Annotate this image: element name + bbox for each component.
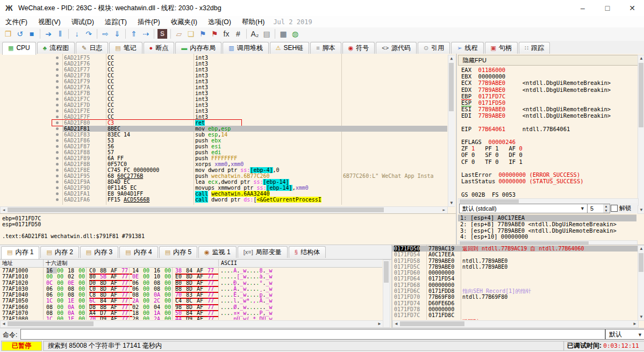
register-row[interactable]: LastStatus 00000000 (STATUS_SUCCESS) <box>461 178 636 184</box>
disasm-row[interactable]: 6AD21F7ACCint3 <box>0 84 447 90</box>
stack-row[interactable]: 0171FD7C0171FD8C <box>392 312 638 318</box>
breakpoint-dot-icon[interactable] <box>56 110 59 112</box>
run-to-selection-icon[interactable]: ⇨ <box>99 28 111 40</box>
dump-byte[interactable]: 8D <box>186 304 197 310</box>
register-row[interactable]: ECX 77B9ABE0 <ntdll.DbgUiRemoteBreakin> <box>461 80 636 86</box>
dump-byte[interactable]: 10 <box>154 274 164 279</box>
dump-byte[interactable]: AF <box>111 316 121 320</box>
dump-byte[interactable]: 14 <box>132 268 143 274</box>
disasm-row[interactable]: 6AD21F8EC745 FC 00000000mov dword ptr ss… <box>0 167 447 173</box>
dump-byte[interactable]: 8D <box>186 286 197 292</box>
dump-byte[interactable]: 38 <box>175 268 186 274</box>
stack-row[interactable]: 0171FD74D60FE6D6 <box>392 300 638 306</box>
step-into-icon[interactable]: ↓ <box>71 28 83 40</box>
breakpoint-dot-icon[interactable] <box>56 86 59 89</box>
register-row[interactable] <box>461 132 636 139</box>
dump-byte[interactable]: AF <box>197 274 207 279</box>
dump-byte[interactable]: 08 <box>154 286 164 292</box>
dump-byte[interactable]: 83 <box>186 292 197 298</box>
dump-byte[interactable]: 84 <box>186 310 197 316</box>
dump-byte[interactable]: D0 <box>89 280 100 286</box>
dump-byte[interactable]: 00 <box>164 310 175 316</box>
dump-byte[interactable]: 8B <box>100 304 111 310</box>
disasm-row[interactable]: 6AD21F7DCCint3 <box>0 102 447 108</box>
disasm-row[interactable]: 6AD21F76CCint3 <box>0 61 447 67</box>
disasm-row[interactable]: 6AD21F77CCint3 <box>0 67 447 73</box>
dump-vertical-scrollbar[interactable] <box>383 260 390 328</box>
dump-byte[interactable]: 00 <box>78 310 89 316</box>
functions-icon[interactable]: fx <box>220 28 232 40</box>
dump-byte[interactable]: 00 <box>164 298 175 304</box>
register-row[interactable]: EBP 0171FD7C <box>461 93 636 99</box>
patches-icon[interactable]: ▱ <box>173 28 185 40</box>
dump-row[interactable]: 77AF10801C001E0070D9AF7728002A0044D9AF77… <box>0 316 382 320</box>
dump-byte[interactable]: 98 <box>175 304 186 310</box>
dump-byte[interactable]: 5B <box>100 274 111 279</box>
registers-vertical-scrollbar[interactable]: ▲ ▼ <box>638 55 644 214</box>
breakpoint-dot-icon[interactable] <box>56 157 59 160</box>
dump-byte[interactable]: 0A <box>154 292 164 298</box>
dump-byte[interactable]: AF <box>197 268 207 274</box>
dump-byte[interactable]: 77 <box>121 274 132 279</box>
dump-byte[interactable]: 80 <box>89 274 100 279</box>
stack-pane[interactable]: 0171FD5077B9AC19返回到 ntdll.77B9AC19 自 ntd… <box>391 245 644 328</box>
dump-byte[interactable]: 04 <box>154 304 164 310</box>
dump-byte[interactable]: 1A <box>154 310 164 316</box>
dump-byte[interactable]: 44 <box>175 316 186 320</box>
dump-byte[interactable]: 77 <box>207 316 218 320</box>
unlock-checkbox[interactable] <box>611 205 618 212</box>
dump-byte[interactable]: 00 <box>57 292 68 298</box>
tab-脚本[interactable]: ≡脚本 <box>310 42 341 54</box>
restart-icon[interactable]: ↺ <box>14 28 26 40</box>
dump-byte[interactable]: AF <box>197 316 207 320</box>
dump-row[interactable]: 77AF103006000800C08DAF7706000800B88DAF77… <box>0 286 382 292</box>
breakpoint-dot-icon[interactable] <box>56 56 59 59</box>
stack-row[interactable]: 0171FD5077B9AC19返回到 ntdll.77B9AC19 自 ntd… <box>392 246 638 252</box>
dump-byte[interactable]: 00 <box>164 274 175 279</box>
stepper-arrows-icon[interactable]: ▲▼ <box>603 204 609 213</box>
dump-byte[interactable]: AF <box>197 280 207 286</box>
dump-byte[interactable]: 00 <box>164 304 175 310</box>
dump-byte[interactable]: 84 <box>100 298 111 304</box>
dump-row[interactable]: 77AF107008000A00A4D7AF7718001A005084AF77… <box>0 310 382 316</box>
disasm-row[interactable]: 6AD21FA6FF15 ACD5566Bcall dword ptr ds:[… <box>0 197 447 203</box>
calculator-icon[interactable]: ▦ <box>277 28 289 40</box>
dump-byte[interactable]: AF <box>111 298 121 304</box>
dump-byte[interactable]: 00 <box>143 274 154 279</box>
dump-byte[interactable]: 08 <box>68 292 78 298</box>
disasm-row[interactable]: 6AD21F79CCint3 <box>0 78 447 84</box>
breakpoint-dot-icon[interactable] <box>56 145 59 148</box>
step-into-source-icon[interactable]: ⇓ <box>111 28 123 40</box>
dump-byte[interactable]: 00 <box>143 316 154 320</box>
dump-byte[interactable]: 02 <box>132 304 143 310</box>
dump-byte[interactable]: 8D <box>100 286 111 292</box>
dump-byte[interactable]: AF <box>197 292 207 298</box>
dump-byte[interactable]: 00 <box>78 268 89 274</box>
breakpoint-dot-icon[interactable] <box>56 139 59 142</box>
disassembly-pane[interactable]: 6AD21F75CCint36AD21F76CCint36AD21F77CCin… <box>0 54 455 213</box>
register-row[interactable] <box>461 119 636 126</box>
dump-byte[interactable]: AF <box>111 292 121 298</box>
dump-row[interactable]: 77AF100016001800C08BAF77140016003884AF77… <box>0 268 382 274</box>
dump-byte[interactable]: C8 <box>89 292 100 298</box>
dump-byte[interactable]: D9 <box>186 316 197 320</box>
open-file-icon[interactable]: ❐ <box>2 28 14 40</box>
dump-byte[interactable]: 00 <box>164 268 175 274</box>
stack-row[interactable]: 返回到 <box>392 319 638 320</box>
tab-CPU[interactable]: ▦CPU <box>2 42 36 55</box>
dump-byte[interactable]: 50 <box>175 310 186 316</box>
dump-byte[interactable]: B8 <box>175 286 186 292</box>
dump-byte[interactable]: AF <box>197 310 207 316</box>
disasm-row[interactable]: 6AD21F7ECCint3 <box>0 108 447 114</box>
dump-byte[interactable]: 00 <box>57 280 68 286</box>
dump-byte[interactable]: 0E <box>68 280 78 286</box>
dump-byte[interactable]: 02 <box>68 274 78 279</box>
breakpoint-dot-icon[interactable] <box>56 116 59 118</box>
hide-fpu-button[interactable]: 隐藏FPU <box>458 55 642 66</box>
dump-byte[interactable]: 00 <box>78 298 89 304</box>
breakpoint-dot-icon[interactable] <box>56 163 59 166</box>
dump-byte[interactable]: 06 <box>46 286 57 292</box>
dump-byte[interactable]: 77 <box>121 304 132 310</box>
dump-byte[interactable]: 06 <box>46 292 57 298</box>
dump-byte[interactable]: A4 <box>89 310 100 316</box>
